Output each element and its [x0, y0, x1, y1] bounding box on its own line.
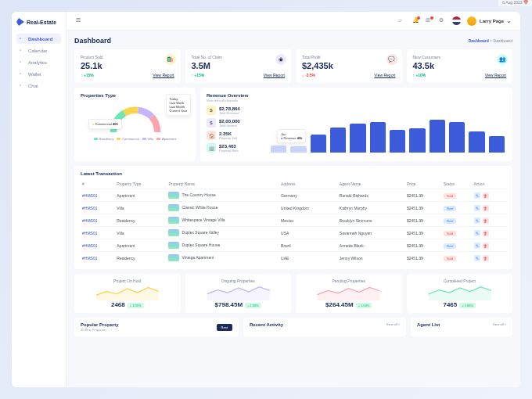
- table-row: #HMS01ResidencyWhitespace Vintage VillaM…: [81, 214, 506, 227]
- bar[interactable]: [409, 128, 425, 153]
- stat-icon: 🏢: [207, 143, 216, 153]
- kpi-card: 🛍️Product Sold25.1k↑ +15%View Report: [74, 49, 181, 83]
- calendar-icon: ▫: [20, 48, 25, 53]
- topbar: ☰ ⌕ 🔔 ⊞ ⚙ Larry Page ⌄: [66, 12, 520, 31]
- bar[interactable]: [489, 136, 505, 153]
- mini-stat-card: Ongoing Properties$798.45M+ 1.08%: [185, 274, 292, 313]
- wallet-icon: ▫: [20, 71, 25, 77]
- page-title: Dashboard: [74, 37, 111, 45]
- rent-button[interactable]: Rent: [217, 324, 232, 331]
- kpi-card: ◉Total No. of Claim3.5M↑ +15%View Report: [185, 49, 292, 83]
- view-all-link[interactable]: View all >: [386, 322, 400, 326]
- sidebar-item-analytics[interactable]: ▫Analytics: [16, 57, 61, 67]
- menu-icon[interactable]: ☰: [76, 17, 83, 24]
- view-all-link[interactable]: View all >: [493, 322, 506, 326]
- edit-icon[interactable]: ✎: [474, 230, 480, 236]
- bar[interactable]: [390, 130, 405, 153]
- apps-icon[interactable]: ⊞: [426, 17, 433, 24]
- delete-icon[interactable]: 🗑: [483, 205, 489, 211]
- delete-icon[interactable]: 🗑: [483, 192, 489, 199]
- table-row: #HMS01ApartmentThe Country HouseGermanyR…: [81, 189, 506, 202]
- kpi-icon: ◉: [275, 54, 286, 65]
- bar[interactable]: [330, 128, 346, 153]
- brand-logo: Real-Estate: [16, 18, 61, 26]
- mini-stat-card: Pending Properties$264.45M+ 1.04%: [296, 274, 402, 313]
- status-badge: Rent: [444, 243, 456, 249]
- user-menu[interactable]: Larry Page ⌄: [467, 16, 511, 26]
- delete-icon[interactable]: 🗑: [483, 243, 489, 249]
- kpi-card: 💬Total Profit$2,435k↓ -3.5%View Report: [296, 49, 402, 83]
- transactions-table: #Property TypeProperty NameAddressAgent …: [81, 179, 506, 264]
- property-thumbnail: [168, 217, 179, 224]
- edit-icon[interactable]: ✎: [474, 255, 480, 261]
- sparkline: [81, 285, 174, 300]
- bar[interactable]: [290, 146, 306, 153]
- sparkline: [302, 285, 396, 300]
- revenue-overview-card: Revenue Overview View from all channels …: [200, 88, 512, 161]
- chat-icon: ▫: [20, 83, 25, 88]
- property-thumbnail: [168, 229, 179, 236]
- sidebar-item-wallet[interactable]: ▫Wallet: [16, 69, 61, 79]
- logo-icon: [16, 18, 24, 26]
- kpi-card: 👥New Costumers43.5k↑ +10%View Report: [407, 49, 513, 83]
- sidebar-item-chat[interactable]: ▫Chat: [16, 81, 61, 91]
- kpi-icon: 👥: [497, 54, 508, 65]
- edit-icon[interactable]: ✎: [474, 192, 480, 199]
- avatar: [467, 16, 476, 26]
- edit-icon[interactable]: ✎: [474, 217, 480, 224]
- delete-icon[interactable]: 🗑: [483, 230, 489, 236]
- sidebar-item-calendar[interactable]: ▫Calendar: [16, 45, 61, 56]
- property-thumbnail: [168, 204, 179, 211]
- view-report-link[interactable]: View Report: [264, 73, 285, 77]
- gear-icon[interactable]: ⚙: [439, 17, 446, 24]
- bar[interactable]: [350, 124, 365, 153]
- stat-icon: $: [207, 106, 216, 115]
- view-report-link[interactable]: View Report: [374, 73, 395, 77]
- sidebar-item-dashboard[interactable]: ▫Dashboard: [16, 34, 61, 44]
- locale-flag[interactable]: [452, 16, 461, 25]
- brand-name: Real-Estate: [27, 20, 56, 25]
- sidebar: Real-Estate ▫Dashboard▫Calendar▫Analytic…: [12, 12, 66, 387]
- table-row: #HMS01ApartmentDuplex Square HouseBrazil…: [81, 239, 506, 252]
- mini-stat-card: Project On Hold2468+ 1.09%: [74, 274, 181, 313]
- bar-tooltip: Jan ● Revenue 45k: [277, 129, 306, 143]
- bar[interactable]: [370, 122, 386, 153]
- bar[interactable]: [430, 120, 445, 153]
- table-row: #HMS01VillaClassic White HouseUnited Kin…: [81, 202, 506, 214]
- recent-activity-card: Recent Activity View all >: [243, 318, 406, 336]
- grid-icon: ▫: [20, 36, 25, 41]
- mini-stat-card: Completed Project7465+ 1.06%: [407, 274, 513, 313]
- stat-icon: $: [207, 118, 216, 128]
- breadcrumb: Dashboard > Dashboard: [469, 38, 512, 43]
- kpi-icon: 💬: [386, 54, 397, 65]
- edit-icon[interactable]: ✎: [474, 243, 480, 249]
- bar[interactable]: [449, 122, 465, 153]
- property-thumbnail: [168, 242, 179, 249]
- chevron-down-icon: ⌄: [507, 18, 511, 23]
- popular-property-card: Popular Property 30 Best Properties Rent: [74, 318, 239, 336]
- sparkline: [192, 285, 286, 300]
- donut-tooltip: ● Commercial 406: [88, 119, 122, 129]
- search-icon[interactable]: ⌕: [399, 17, 406, 24]
- bar[interactable]: [271, 146, 286, 153]
- view-report-link[interactable]: View Report: [153, 73, 174, 77]
- edit-icon[interactable]: ✎: [474, 205, 480, 211]
- delete-icon[interactable]: 🗑: [483, 255, 489, 261]
- status-badge: Sold: [444, 256, 456, 261]
- agent-list-card: Agent List View all >: [411, 318, 512, 336]
- status-badge: Rent: [444, 218, 456, 224]
- user-name: Larry Page: [480, 19, 504, 23]
- delete-icon[interactable]: 🗑: [483, 217, 489, 224]
- bar[interactable]: [311, 135, 326, 153]
- bell-icon[interactable]: 🔔: [412, 17, 419, 24]
- table-row: #HMS01VillaDuplex Square ValleyUSASavann…: [81, 227, 506, 239]
- status-badge: Rent: [444, 206, 456, 211]
- stat-icon: 🏠: [207, 131, 216, 140]
- status-badge: Sold: [444, 193, 456, 199]
- latest-transaction-card: Latest Transaction #Property TypePropert…: [74, 166, 512, 269]
- status-badge: Sold: [444, 231, 456, 236]
- view-report-link[interactable]: View Report: [485, 73, 506, 77]
- bar[interactable]: [469, 131, 484, 153]
- chart-icon: ▫: [20, 59, 25, 65]
- sparkline: [413, 285, 507, 300]
